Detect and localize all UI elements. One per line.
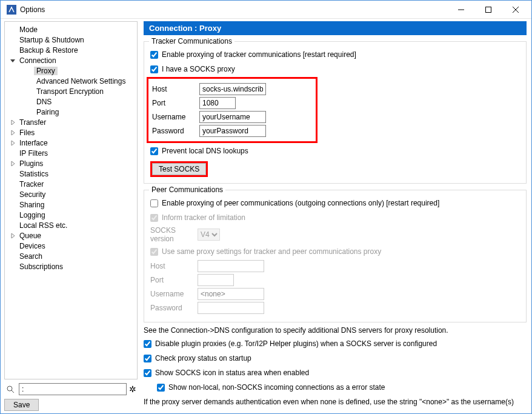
tree-item-label: DNS	[34, 98, 54, 106]
peer-port-input	[198, 274, 234, 286]
chevron-right-icon[interactable]	[8, 161, 17, 166]
peer-legend: Peer Communications	[149, 185, 225, 194]
tree-item-label: Subscriptions	[17, 262, 65, 271]
tree-item-security[interactable]: Security	[5, 189, 137, 199]
tree-item-proxy[interactable]: Proxy	[5, 65, 137, 76]
tracker-host-input[interactable]	[199, 83, 266, 95]
peer-host-label: Host	[150, 262, 198, 270]
check-proxy-startup-checkbox[interactable]: Check proxy status on startup	[144, 354, 251, 362]
tree-item-label: Connection	[17, 56, 59, 65]
use-same-proxy-checkbox: Use same proxy settings for tracker and …	[150, 247, 381, 256]
svg-point-4	[7, 386, 12, 391]
tree-item-statistics[interactable]: Statistics	[5, 169, 137, 179]
tree-item-search[interactable]: Search	[5, 251, 137, 261]
password-label: Password	[152, 127, 199, 135]
auth-note: If the proxy server demands authenticati…	[144, 398, 527, 406]
tree-item-label: Logging	[17, 211, 48, 219]
peer-communications-group: Peer Communications Enable proxying of p…	[144, 190, 527, 322]
chevron-down-icon[interactable]	[8, 58, 17, 63]
show-socks-icon-checkbox[interactable]: Show SOCKS icon in status area when enab…	[144, 369, 309, 377]
maximize-button[interactable]	[474, 1, 502, 18]
peer-port-label: Port	[150, 276, 198, 284]
tree-item-subscriptions[interactable]: Subscriptions	[5, 261, 137, 272]
have-socks-checkbox[interactable]: I have a SOCKS proxy	[150, 65, 235, 73]
peer-password-input	[198, 302, 264, 314]
tree-item-queue[interactable]: Queue	[5, 230, 137, 241]
clear-search-icon[interactable]: ✲	[129, 384, 138, 394]
tree-item-label: Devices	[17, 242, 48, 250]
enable-peer-proxy-checkbox[interactable]: Enable proxying of peer communications (…	[150, 199, 439, 207]
dns-note: See the Connection->DNS configuration to…	[144, 326, 527, 335]
chevron-right-icon[interactable]	[8, 130, 17, 135]
tree-item-label: Queue	[17, 232, 44, 240]
show-nonlocal-checkbox[interactable]: Show non-local, non-SOCKS incoming conne…	[157, 383, 385, 392]
username-label: Username	[152, 113, 199, 121]
peer-host-input	[198, 260, 264, 272]
tree-item-mode[interactable]: Mode	[5, 24, 137, 35]
peer-username-label: Username	[150, 290, 198, 298]
tree-item-pairing[interactable]: Pairing	[5, 107, 137, 117]
inform-tracker-checkbox: Inform tracker of limitation	[150, 213, 245, 222]
tree-item-plugins[interactable]: Plugins	[5, 158, 137, 169]
tree-item-logging[interactable]: Logging	[5, 210, 137, 220]
highlighted-credentials: Host Port Username Password	[147, 77, 318, 143]
host-label: Host	[152, 85, 199, 93]
socks-version-select: V4	[198, 229, 220, 241]
chevron-right-icon[interactable]	[8, 233, 17, 238]
page-header: Connection : Proxy	[144, 21, 527, 35]
tree-item-dns[interactable]: DNS	[5, 96, 137, 107]
tree-item-label: Backup & Restore	[17, 46, 81, 55]
tracker-username-input[interactable]	[199, 111, 266, 123]
tree-item-label: Proxy	[34, 67, 58, 75]
close-button[interactable]	[502, 1, 529, 18]
tree-item-sharing[interactable]: Sharing	[5, 199, 137, 210]
tree-item-startup-shutdown[interactable]: Startup & Shutdown	[5, 35, 137, 45]
tree-item-label: IP Filters	[17, 149, 50, 158]
tree-item-backup-restore[interactable]: Backup & Restore	[5, 45, 137, 55]
peer-password-label: Password	[150, 304, 198, 312]
sidebar: ModeStartup & ShutdownBackup & RestoreCo…	[1, 19, 141, 413]
tree-item-transport-encryption[interactable]: Transport Encryption	[5, 86, 137, 96]
tree-item-label: Advanced Network Settings	[34, 77, 128, 85]
tree-item-devices[interactable]: Devices	[5, 241, 137, 251]
main-panel: Connection : Proxy Tracker Communication…	[141, 19, 531, 413]
tracker-communications-group: Tracker Communications Enable proxying o…	[144, 41, 527, 184]
enable-tracker-proxy-checkbox[interactable]: Enable proxying of tracker communication…	[150, 50, 356, 59]
tree-item-label: Files	[17, 129, 37, 137]
tree-item-transfer[interactable]: Transfer	[5, 117, 137, 127]
prevent-dns-checkbox[interactable]: Prevent local DNS lookups	[150, 147, 248, 155]
tree-item-label: Transport Encryption	[34, 87, 106, 96]
tree-item-interface[interactable]: Interface	[5, 138, 137, 148]
tree-item-advanced-network-settings[interactable]: Advanced Network Settings	[5, 76, 137, 86]
app-icon	[7, 5, 16, 15]
disable-plugin-proxies-checkbox[interactable]: Disable plugin proxies (e.g. Tor/I2P Hel…	[144, 339, 437, 348]
tree-item-label: Transfer	[17, 118, 48, 127]
svg-rect-1	[485, 7, 491, 12]
search-input[interactable]	[19, 383, 127, 395]
tree-item-label: Tracker	[17, 180, 46, 189]
minimize-button[interactable]	[447, 1, 474, 18]
svg-line-5	[12, 390, 14, 393]
chevron-right-icon[interactable]	[8, 141, 17, 145]
save-button[interactable]: Save	[4, 399, 39, 411]
tree-item-tracker[interactable]: Tracker	[5, 179, 137, 189]
tree-item-label: Sharing	[17, 201, 47, 209]
test-socks-button[interactable]: Test SOCKS	[152, 163, 206, 175]
tree-item-label: Search	[17, 252, 45, 261]
options-tree[interactable]: ModeStartup & ShutdownBackup & RestoreCo…	[4, 21, 138, 379]
tree-item-label: Plugins	[17, 159, 45, 168]
tree-item-label: Statistics	[17, 170, 51, 178]
tree-item-label: Local RSS etc.	[17, 221, 70, 230]
search-icon	[4, 383, 16, 395]
tree-item-label: Mode	[17, 25, 40, 34]
tracker-password-input[interactable]	[199, 125, 266, 137]
tree-item-files[interactable]: Files	[5, 127, 137, 138]
tree-item-connection[interactable]: Connection	[5, 55, 137, 65]
tree-item-local-rss-etc-[interactable]: Local RSS etc.	[5, 220, 137, 230]
peer-username-input	[198, 288, 264, 300]
chevron-right-icon[interactable]	[8, 120, 17, 125]
titlebar: Options	[1, 1, 531, 19]
port-label: Port	[152, 99, 199, 107]
tracker-port-input[interactable]	[199, 97, 236, 109]
tree-item-ip-filters[interactable]: IP Filters	[5, 148, 137, 158]
